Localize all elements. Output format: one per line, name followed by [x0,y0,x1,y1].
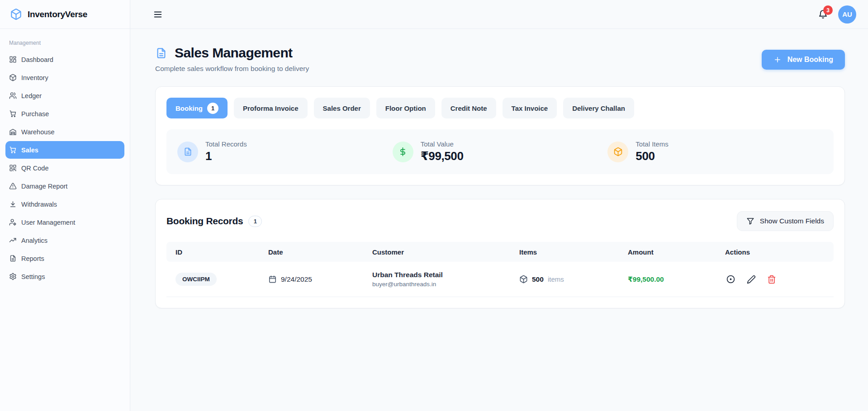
package-icon [519,275,528,283]
tab-label: Proforma Invoice [243,104,299,112]
records-header: Booking Records 1 Show Custom Fields [166,211,834,231]
sidebar-item-warehouse[interactable]: Warehouse [5,123,124,141]
records-count-badge: 1 [248,216,262,227]
records-title: Booking Records [166,216,243,227]
sidebar-item-purchase[interactable]: Purchase [5,105,124,123]
sidebar-item-label: Analytics [21,237,47,244]
page-title: Sales Management [175,45,293,61]
dollar-icon [393,142,413,162]
booking-records-card: Booking Records 1 Show Custom Fields ID … [155,199,845,308]
sidebar-item-analytics[interactable]: Analytics [5,231,124,249]
customer-name: Urban Threads Retail [372,271,519,279]
stat-total-value: Total Value ₹99,500 [393,140,608,163]
plus-icon [773,56,782,64]
items-unit: items [548,275,564,283]
customer-email: buyer@urbanthreads.in [372,281,519,288]
sidebar-item-dashboard[interactable]: Dashboard [5,51,124,68]
sidebar-item-label: Damage Report [21,183,67,190]
sidebar-nav: Dashboard Inventory Ledger Purchase Ware… [0,51,130,285]
tab-count-badge: 1 [207,103,218,114]
app-logo: InventoryVerse [0,0,130,29]
alert-triangle-icon [9,182,17,190]
column-header-customer: Customer [372,248,519,256]
sidebar-item-label: Withdrawals [21,201,57,208]
tab-bar: Booking 1 Proforma Invoice Sales Order F… [166,98,834,118]
stat-total-items: Total Items 500 [607,140,823,163]
sales-tabs-card: Booking 1 Proforma Invoice Sales Order F… [155,86,845,185]
show-custom-fields-label: Show Custom Fields [760,217,824,225]
sidebar-item-settings[interactable]: Settings [5,268,124,285]
tab-delivery-challan[interactable]: Delivery Challan [563,98,634,118]
sidebar-item-ledger[interactable]: Ledger [5,87,124,104]
sidebar-item-label: QR Code [21,165,48,172]
tab-tax-invoice[interactable]: Tax Invoice [503,98,557,118]
tab-credit-note[interactable]: Credit Note [441,98,496,118]
sidebar-item-label: Settings [21,273,45,280]
sidebar-item-label: Inventory [21,74,48,81]
qr-code-icon [9,164,17,172]
sidebar-item-reports[interactable]: Reports [5,250,124,267]
tab-label: Floor Option [385,104,426,112]
topbar: 3 AU [130,0,868,29]
notification-badge: 3 [823,5,833,15]
menu-icon[interactable] [153,9,163,19]
booking-id-badge: OWCIIPM [175,273,217,286]
new-booking-button[interactable]: New Booking [762,50,845,70]
dashboard-icon [9,56,17,63]
sidebar-item-qr-code[interactable]: QR Code [5,159,124,177]
tab-floor-option[interactable]: Floor Option [376,98,435,118]
page-subtitle: Complete sales workflow from booking to … [155,65,762,73]
sidebar-item-label: Reports [21,255,44,262]
stats-row: Total Records 1 Total Value ₹99,500 [166,129,834,174]
stat-label: Total Items [636,140,669,148]
trending-up-icon [9,236,17,244]
main-content: Sales Management Complete sales workflow… [130,29,868,411]
column-header-id: ID [175,248,268,256]
avatar[interactable]: AU [838,5,856,24]
new-booking-label: New Booking [787,56,833,64]
cart-icon [9,110,17,118]
tab-label: Credit Note [451,104,487,112]
sidebar-item-label: Sales [21,146,38,154]
warehouse-icon [9,128,17,136]
download-icon [9,200,17,208]
notifications-button[interactable]: 3 [818,9,828,19]
column-header-actions: Actions [725,248,825,256]
sidebar-item-inventory[interactable]: Inventory [5,69,124,86]
column-header-items: Items [519,248,628,256]
page-header: Sales Management Complete sales workflow… [155,45,845,73]
package-icon [607,142,628,162]
sidebar-item-damage-report[interactable]: Damage Report [5,177,124,195]
stat-total-records: Total Records 1 [177,140,393,163]
booking-date: 9/24/2025 [281,275,312,283]
stat-label: Total Value [421,140,464,148]
sidebar-item-label: Purchase [21,110,49,118]
tab-booking[interactable]: Booking 1 [166,98,228,118]
tab-proforma-invoice[interactable]: Proforma Invoice [234,98,308,118]
sidebar-item-sales[interactable]: Sales [5,141,124,159]
package-logo-icon [10,8,22,20]
view-button[interactable] [725,274,736,285]
table-row: OWCIIPM 9/24/2025 Urban Threads Retail b… [166,262,834,297]
sidebar-item-withdrawals[interactable]: Withdrawals [5,195,124,213]
sidebar-item-user-management[interactable]: User Management [5,213,124,231]
booking-amount: ₹99,500.00 [628,275,725,283]
tab-sales-order[interactable]: Sales Order [314,98,370,118]
booking-table: ID Date Customer Items Amount Actions OW… [166,242,834,297]
file-text-icon [9,255,17,262]
app-title: InventoryVerse [28,9,87,19]
stat-value: 500 [636,149,669,163]
delete-button[interactable] [766,274,777,285]
stat-value: ₹99,500 [421,149,464,163]
filter-icon [746,217,754,225]
package-icon [9,74,17,81]
show-custom-fields-button[interactable]: Show Custom Fields [737,211,834,231]
sidebar-item-label: Warehouse [21,128,55,136]
calendar-icon [268,275,277,283]
edit-button[interactable] [746,274,757,285]
users-icon [9,92,17,99]
column-header-date: Date [268,248,372,256]
sidebar: InventoryVerse Management Dashboard Inve… [0,0,130,411]
file-text-icon [155,47,167,59]
table-header-row: ID Date Customer Items Amount Actions [166,242,834,262]
